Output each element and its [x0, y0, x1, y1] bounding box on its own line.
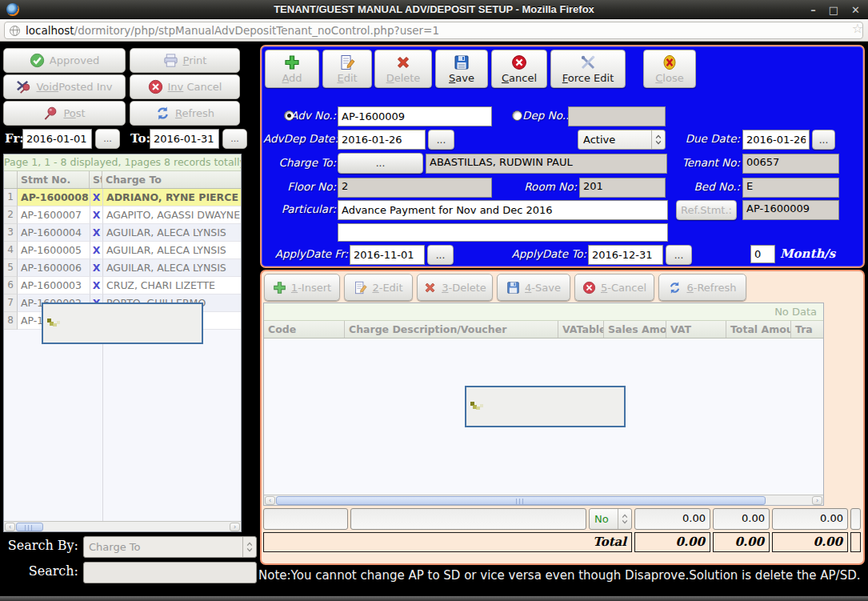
applydate-to-label: ApplyDate To: [502, 247, 586, 260]
header-total-amount[interactable]: Total Amount [726, 321, 791, 338]
note-text: Note:You cannot change AP to SD or vice … [258, 568, 866, 583]
bookmark-star-icon[interactable]: ☆ [852, 21, 863, 36]
particular2-input[interactable] [338, 223, 668, 242]
header-status[interactable]: Sta [90, 171, 102, 188]
add-button[interactable]: Add [265, 50, 319, 88]
detail-refresh-button[interactable]: 6-Refresh [658, 274, 746, 301]
table-row[interactable]: 1 AP-1600008 X ADRIANO, RYNE PIERCE [4, 189, 241, 206]
detail-insert-button[interactable]: 1-Insert [264, 274, 340, 301]
detail-edit-button[interactable]: 2-Edit [344, 274, 413, 301]
tools-icon [580, 54, 596, 70]
scroll-right-icon[interactable]: › [812, 496, 822, 505]
scroll-left-icon[interactable]: ‹ [265, 496, 275, 505]
force-edit-button[interactable]: Force Edit [550, 50, 626, 88]
charges-grid-body [264, 339, 823, 495]
applydate-to-input[interactable] [588, 245, 663, 265]
delete-x-icon [423, 281, 437, 294]
detail-cancel-button[interactable]: 5-Cancel [574, 274, 654, 301]
date-from-input[interactable] [22, 129, 92, 149]
print-button[interactable]: Print [130, 48, 240, 73]
printer-icon [163, 53, 178, 68]
chevron-updown-icon [618, 509, 631, 529]
months-input[interactable] [750, 245, 775, 263]
void-posted-inv-button[interactable]: VoidPosted Inv [3, 74, 126, 99]
detail-save-button[interactable]: 4-Save [497, 274, 570, 301]
date-to-input[interactable] [150, 129, 219, 149]
applydate-fr-input[interactable] [350, 245, 425, 265]
table-row[interactable]: 4 AP-1600005 X AGUILAR, ALECA LYNSIS [4, 242, 241, 259]
date-to-browse-button[interactable]: ... [222, 129, 247, 149]
due-date-browse-button[interactable]: ... [812, 130, 835, 150]
header-stmt-no[interactable]: Stmt No. [18, 171, 90, 188]
entry-code-field[interactable] [263, 508, 348, 530]
scroll-right-icon[interactable]: › [230, 523, 240, 531]
entry-sales-amount-field[interactable]: 0.00 [634, 508, 710, 530]
detail-delete-button[interactable]: 3-Delete [417, 274, 493, 301]
advdep-date-browse-button[interactable]: ... [428, 130, 454, 150]
entry-description-field[interactable] [350, 508, 586, 530]
entry-total-amount-field[interactable]: 0.00 [772, 508, 848, 530]
browser-window: TENANT/GUEST MANUAL ADV/DEPOSIT SETUP - … [0, 0, 868, 601]
save-button[interactable]: Save [435, 50, 488, 88]
edit-button[interactable]: Edit [322, 50, 372, 88]
refresh-button[interactable]: Refresh [130, 101, 240, 126]
broken-image-icon [47, 319, 61, 329]
inv-cancel-button[interactable]: Inv Cancel [130, 74, 240, 99]
firefox-icon [6, 3, 19, 16]
search-by-select[interactable]: Charge To [83, 536, 257, 558]
scroll-left-icon[interactable]: ‹ [5, 523, 15, 531]
entry-vat-field[interactable]: 0.00 [713, 508, 770, 530]
applydate-fr-browse-button[interactable]: ... [427, 245, 454, 265]
minimize-button[interactable]: – [810, 4, 816, 16]
header-trans[interactable]: Tra [791, 321, 823, 338]
cancel-button[interactable]: Cancel [491, 50, 547, 88]
scrollbar-thumb[interactable] [16, 523, 43, 531]
cancel-circle-icon [148, 79, 163, 94]
table-row[interactable]: 2 AP-1600007 X AGAPITO, AGASSI DWAYNE [4, 206, 241, 224]
search-input[interactable] [83, 562, 257, 583]
particular-input[interactable] [338, 200, 668, 220]
close-x-icon [662, 54, 678, 70]
charges-grid: No Data Code Charge Description/Voucher … [263, 303, 824, 506]
ref-stmt-button[interactable]: Ref.Stmt.: [676, 200, 737, 220]
close-form-button[interactable]: Close [643, 50, 696, 88]
header-vat[interactable]: VAT [666, 321, 726, 338]
adv-no-input[interactable] [338, 106, 492, 126]
scrollbar-thumb[interactable] [276, 496, 766, 505]
broken-image-placeholder [42, 303, 203, 344]
table-row[interactable]: 5 AP-1600006 X AGUILAR, ALECA LYNSIS [4, 259, 241, 277]
due-date-input[interactable] [742, 130, 810, 150]
entry-vatable-select[interactable]: No [589, 508, 632, 530]
status-select[interactable]: Active [578, 130, 666, 150]
maximize-button[interactable]: □ [829, 4, 838, 16]
cancel-circle-icon [582, 281, 596, 294]
total-amount: 0.00 [772, 532, 848, 552]
approved-button[interactable]: Approved [3, 48, 126, 73]
globe-icon [10, 26, 20, 36]
due-date-label: Due Date: [676, 132, 740, 145]
charge-to-browse-button[interactable]: ... [338, 153, 423, 174]
table-row[interactable]: 6 AP-1600003 X CRUZ, CHARI LIZETTE [4, 277, 241, 294]
chevron-updown-icon [651, 130, 665, 149]
total-label: Total [263, 532, 632, 552]
header-sales-amount[interactable]: Sales Amount [604, 321, 666, 338]
dep-no-radio[interactable] [512, 110, 522, 121]
post-button[interactable]: Post [3, 101, 126, 126]
advdep-date-input[interactable] [338, 130, 426, 150]
header-charge-to[interactable]: Charge To [102, 171, 241, 188]
close-button[interactable]: ✕ [851, 4, 860, 16]
address-input[interactable]: localhost/dormitory/php/stpManualAdvDepo… [4, 22, 863, 39]
header-vatable[interactable]: VATable? [558, 321, 604, 338]
left-grid-hscrollbar[interactable]: ‹ › [4, 521, 241, 531]
approved-check-icon [30, 53, 45, 68]
bed-no-label: Bed No.: [676, 180, 740, 193]
date-from-browse-button[interactable]: ... [95, 129, 120, 149]
charge-to-field: ABASTILLAS, RUDWIN PAUL [426, 154, 667, 174]
charges-grid-hscrollbar[interactable]: ‹ › [264, 495, 823, 505]
charges-grid-header: Code Charge Description/Voucher VATable?… [264, 321, 823, 339]
header-code[interactable]: Code [264, 321, 345, 338]
table-row[interactable]: 3 AP-1600004 X AGUILAR, ALECA LYNSIS [4, 224, 241, 242]
delete-button[interactable]: Delete [374, 50, 432, 88]
header-charge-description[interactable]: Charge Description/Voucher [345, 321, 558, 338]
applydate-to-browse-button[interactable]: ... [666, 245, 692, 265]
